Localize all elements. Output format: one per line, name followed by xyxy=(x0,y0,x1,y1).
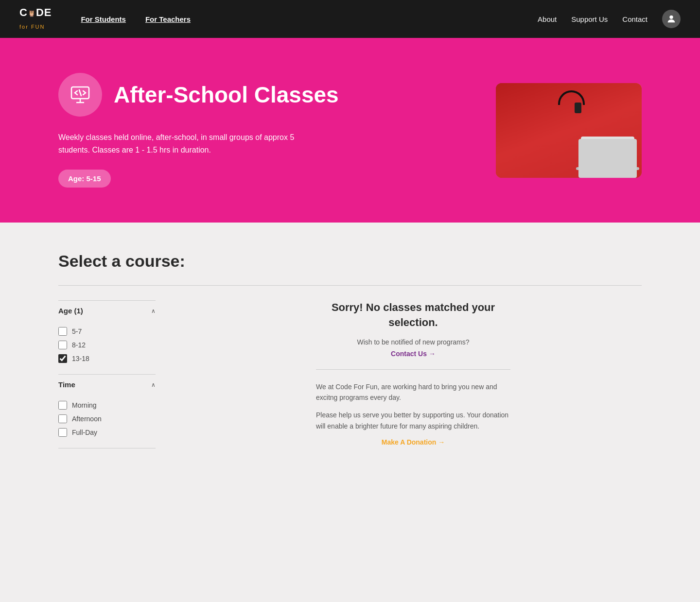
nav-for-students[interactable]: For Students xyxy=(81,15,126,23)
time-checkbox-full-day[interactable] xyxy=(58,428,67,437)
svg-line-4 xyxy=(79,90,81,96)
age-option-8-12[interactable]: 8-12 xyxy=(58,338,156,352)
content-row: Age (1) ∧ 5-7 8-12 13-18 xyxy=(58,300,642,448)
hero-age-badge: Age: 5-15 xyxy=(58,170,111,188)
age-filter-header[interactable]: Age (1) ∧ xyxy=(58,300,156,321)
no-results-notify-text: Wish to be notified of new programs? xyxy=(316,338,510,346)
time-option-morning[interactable]: Morning xyxy=(58,398,156,412)
monitor-code-icon xyxy=(69,83,92,106)
age-label-8-12: 8-12 xyxy=(72,341,86,349)
time-filter-header[interactable]: Time ∧ xyxy=(58,374,156,395)
hero-icon-circle xyxy=(58,73,102,117)
age-checkbox-5-7[interactable] xyxy=(58,327,67,336)
logo-text: C🦉DE for FUN xyxy=(19,6,52,32)
no-results-body2: Please help us serve you better by suppo… xyxy=(316,410,510,431)
age-label-13-18: 13-18 xyxy=(72,355,89,362)
age-option-13-18[interactable]: 13-18 xyxy=(58,352,156,365)
hero-badge-label: Age: xyxy=(68,174,84,183)
logo[interactable]: C🦉DE for FUN xyxy=(19,6,52,32)
main-content: Select a course: Age (1) ∧ 5-7 8-12 xyxy=(0,223,700,478)
time-label-full-day: Full-Day xyxy=(72,429,97,436)
hero-image xyxy=(496,83,642,178)
section-title: Select a course: xyxy=(58,252,642,271)
hero-image-content xyxy=(496,83,642,178)
hero-section: After-School Classes Weekly classes held… xyxy=(0,38,700,223)
user-avatar[interactable] xyxy=(662,10,681,28)
filters-panel: Age (1) ∧ 5-7 8-12 13-18 xyxy=(58,300,156,448)
donate-link[interactable]: Make A Donation → xyxy=(316,438,510,446)
age-checkbox-13-18[interactable] xyxy=(58,354,67,363)
age-label-5-7: 5-7 xyxy=(72,327,82,335)
time-option-afternoon[interactable]: Afternoon xyxy=(58,412,156,426)
hero-description: Weekly classes held online, after-school… xyxy=(58,131,301,156)
no-results-box: Sorry! No classes matched your selection… xyxy=(316,300,510,446)
hero-title-row: After-School Classes xyxy=(58,73,467,117)
no-results-divider xyxy=(316,369,510,370)
time-chevron-icon: ∧ xyxy=(151,381,156,388)
nav-about[interactable]: About xyxy=(538,15,557,23)
hero-badge-value: 5-15 xyxy=(87,174,101,183)
no-results-panel: Sorry! No classes matched your selection… xyxy=(185,300,642,446)
time-checkbox-morning[interactable] xyxy=(58,401,67,410)
nav-for-teachers[interactable]: For Teachers xyxy=(145,15,191,23)
time-option-full-day[interactable]: Full-Day xyxy=(58,426,156,439)
filter-bottom-line xyxy=(58,448,156,448)
nav-contact[interactable]: Contact xyxy=(622,15,648,23)
time-filter-options: Morning Afternoon Full-Day xyxy=(58,395,156,443)
time-filter-group: Time ∧ Morning Afternoon Full-Day xyxy=(58,374,156,443)
no-results-body1: We at Code For Fun, are working hard to … xyxy=(316,381,510,403)
age-option-5-7[interactable]: 5-7 xyxy=(58,325,156,338)
time-label-morning: Morning xyxy=(72,401,97,409)
nav-main-links: For Students For Teachers xyxy=(81,15,518,23)
age-checkbox-8-12[interactable] xyxy=(58,341,67,349)
nav-right-links: About Support Us Contact xyxy=(538,10,681,28)
hero-title: After-School Classes xyxy=(114,82,339,108)
age-filter-label: Age (1) xyxy=(58,307,83,315)
section-divider xyxy=(58,285,642,286)
time-filter-label: Time xyxy=(58,380,75,389)
age-filter-group: Age (1) ∧ 5-7 8-12 13-18 xyxy=(58,300,156,369)
time-label-afternoon: Afternoon xyxy=(72,415,102,423)
hero-content: After-School Classes Weekly classes held… xyxy=(58,73,467,188)
navbar: C🦉DE for FUN For Students For Teachers A… xyxy=(0,0,700,38)
contact-us-link[interactable]: Contact Us → xyxy=(316,350,510,358)
age-chevron-icon: ∧ xyxy=(151,308,156,314)
age-filter-options: 5-7 8-12 13-18 xyxy=(58,321,156,369)
nav-support-us[interactable]: Support Us xyxy=(571,15,608,23)
svg-point-0 xyxy=(669,16,673,19)
no-results-title: Sorry! No classes matched your selection… xyxy=(316,300,510,330)
time-checkbox-afternoon[interactable] xyxy=(58,414,67,423)
